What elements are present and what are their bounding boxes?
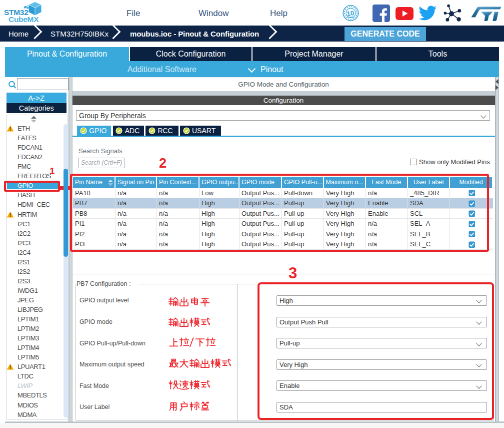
svg-text:CubeMX: CubeMX [8, 15, 39, 24]
svg-text:YEARS: YEARS [347, 16, 354, 19]
